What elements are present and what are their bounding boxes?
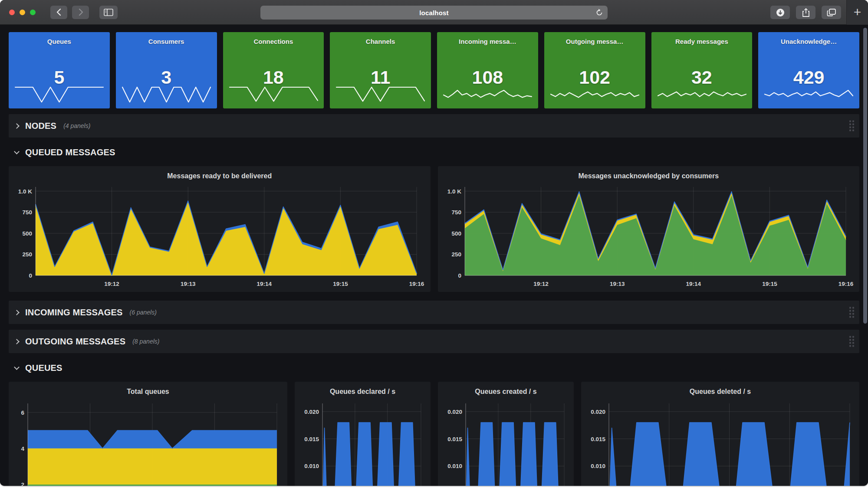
svg-text:0.015: 0.015 <box>304 436 319 442</box>
svg-text:750: 750 <box>451 209 461 216</box>
stat-title: Outgoing messa… <box>566 38 624 45</box>
row-queued-messages[interactable]: QUEUED MESSAGES <box>9 143 859 162</box>
svg-text:0.020: 0.020 <box>591 409 605 415</box>
dashboard: Queues 5 Consumers 3 Connections 18 Chan… <box>0 25 868 486</box>
chevron-right-icon <box>14 310 20 315</box>
panel-queues-deleted: Queues deleted / s 0.0050.0100.0150.020 <box>581 382 859 486</box>
stat-panel-queues: Queues 5 <box>9 32 110 108</box>
address-bar[interactable]: localhost <box>260 6 608 20</box>
row-incoming-messages[interactable]: INCOMING MESSAGES (6 panels) <box>9 301 859 324</box>
queues-created-chart: 0.0050.0100.0150.020 <box>443 396 569 486</box>
back-icon <box>56 8 62 16</box>
svg-text:500: 500 <box>451 230 461 237</box>
panel-messages-ready: Messages ready to be delivered 025050075… <box>9 166 431 292</box>
stat-panel-row: Queues 5 Consumers 3 Connections 18 Chan… <box>9 32 859 108</box>
stat-panel-consumers: Consumers 3 <box>116 32 217 108</box>
stat-title: Incoming messa… <box>459 38 516 45</box>
svg-text:19:12: 19:12 <box>533 281 549 287</box>
forward-icon <box>78 8 83 16</box>
svg-text:250: 250 <box>22 251 32 258</box>
row-title: QUEUED MESSAGES <box>25 147 115 157</box>
url-text: localhost <box>419 9 449 16</box>
queues-declared-chart: 0.0050.0100.0150.020 <box>300 396 425 486</box>
close-window-button[interactable] <box>9 10 15 15</box>
plus-icon: + <box>854 6 861 19</box>
tab-overview-button[interactable] <box>822 6 841 19</box>
total-queues-chart: 246 <box>14 396 282 486</box>
svg-text:0.010: 0.010 <box>447 463 462 469</box>
svg-text:0.020: 0.020 <box>304 409 319 415</box>
sidebar-toggle-button[interactable] <box>99 6 118 19</box>
row-title: NODES <box>25 121 56 131</box>
panel-title[interactable]: Messages ready to be delivered <box>14 170 425 181</box>
row-panel-count: (6 panels) <box>130 309 157 316</box>
minimize-window-button[interactable] <box>20 10 25 15</box>
messages-ready-chart: 02505007501.0 K19:1219:1319:1419:1519:16 <box>14 181 425 288</box>
svg-text:19:15: 19:15 <box>762 281 777 287</box>
stat-panel-incoming-messages: Incoming messa… 108 <box>437 32 538 108</box>
stat-sparkline <box>657 85 747 105</box>
row-panel-count: (4 panels) <box>63 122 90 129</box>
panel-messages-unacknowledged: Messages unacknowledged by consumers 025… <box>438 166 860 292</box>
back-button[interactable] <box>50 6 67 19</box>
new-tab-button[interactable]: + <box>846 0 868 25</box>
reload-button[interactable] <box>595 8 604 19</box>
svg-text:19:13: 19:13 <box>181 281 196 287</box>
share-button[interactable] <box>796 6 815 19</box>
forward-button[interactable] <box>72 6 89 19</box>
drag-handle-icon[interactable] <box>849 307 854 318</box>
download-icon <box>776 8 785 17</box>
zoom-window-button[interactable] <box>30 10 36 15</box>
reload-icon <box>595 8 604 17</box>
svg-text:250: 250 <box>451 251 461 258</box>
toolbar-right-buttons <box>770 6 841 19</box>
queues-panels: Total queues 246 Queues declared / s 0.0… <box>9 382 859 486</box>
stat-title: Unacknowledge… <box>781 38 837 45</box>
drag-handle-icon[interactable] <box>849 336 854 347</box>
queues-deleted-chart: 0.0050.0100.0150.020 <box>586 396 854 486</box>
svg-text:1.0 K: 1.0 K <box>18 188 33 195</box>
nav-buttons <box>47 6 89 19</box>
stat-title: Queues <box>47 38 71 45</box>
panel-title[interactable]: Queues created / s <box>443 386 569 396</box>
svg-text:19:14: 19:14 <box>257 281 272 287</box>
stat-sparkline <box>335 85 425 105</box>
chevron-right-icon <box>14 123 20 129</box>
svg-text:19:16: 19:16 <box>409 281 424 287</box>
sidebar-icon <box>104 9 113 16</box>
row-outgoing-messages[interactable]: OUTGOING MESSAGES (8 panels) <box>9 330 859 353</box>
row-queues[interactable]: QUEUES <box>9 358 859 377</box>
row-title: INCOMING MESSAGES <box>25 308 123 318</box>
panel-title[interactable]: Messages unacknowledged by consumers <box>443 170 855 181</box>
panel-title[interactable]: Queues deleted / s <box>586 386 854 396</box>
panel-total-queues: Total queues 246 <box>9 382 287 486</box>
downloads-button[interactable] <box>770 6 790 19</box>
chevron-right-icon <box>14 339 20 344</box>
stat-sparkline <box>122 85 211 105</box>
window-controls <box>9 10 36 15</box>
stat-panel-channels: Channels 11 <box>330 32 431 108</box>
panel-title[interactable]: Queues declared / s <box>300 386 425 396</box>
svg-text:19:12: 19:12 <box>104 281 119 287</box>
svg-text:0.015: 0.015 <box>591 436 605 442</box>
stat-sparkline <box>764 85 854 105</box>
stat-title: Channels <box>366 38 395 45</box>
share-icon <box>802 8 810 17</box>
stat-panel-outgoing-messages: Outgoing messa… 102 <box>544 32 645 108</box>
svg-text:19:14: 19:14 <box>686 281 701 287</box>
panel-title[interactable]: Total queues <box>14 386 282 396</box>
svg-text:0.020: 0.020 <box>447 409 462 415</box>
scrollbar-thumb[interactable] <box>863 28 867 324</box>
stat-sparkline <box>14 85 104 105</box>
svg-text:0: 0 <box>29 272 32 279</box>
drag-handle-icon[interactable] <box>849 121 854 131</box>
row-nodes[interactable]: NODES (4 panels) <box>9 114 859 138</box>
svg-text:2: 2 <box>21 481 24 486</box>
chevron-down-icon <box>14 149 20 154</box>
page-scrollbar <box>863 27 867 486</box>
browser-window: localhost <box>0 0 868 486</box>
svg-text:0.010: 0.010 <box>591 463 605 469</box>
svg-text:4: 4 <box>21 445 24 452</box>
messages-unacknowledged-chart: 02505007501.0 K19:1219:1319:1419:1519:16 <box>443 181 855 288</box>
svg-text:19:13: 19:13 <box>609 281 625 287</box>
